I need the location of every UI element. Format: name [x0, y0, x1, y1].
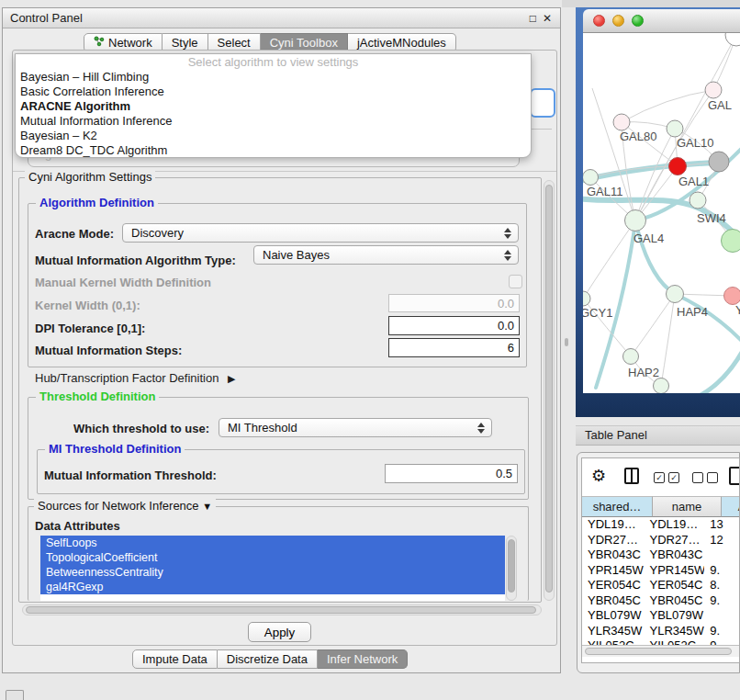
table-row[interactable]: YLR345WYLR345W9. [582, 624, 740, 639]
which-threshold-value: MI Threshold [228, 421, 297, 435]
node-hap4[interactable] [667, 286, 684, 303]
groupbox-fragment [532, 129, 552, 130]
table-cell: YBR045C [644, 593, 704, 609]
table-row[interactable]: YDL19…YDL19…13 [582, 517, 740, 533]
minimize-traffic-light-icon[interactable] [612, 15, 624, 27]
mi-threshold-field[interactable]: 0.5 [385, 464, 518, 483]
sources-group-title[interactable]: Sources for Network Inference ▼ [34, 499, 216, 514]
node[interactable] [709, 152, 729, 172]
top-strip [562, 0, 740, 7]
node-label-hap4: HAP4 [677, 305, 708, 319]
node[interactable] [722, 230, 740, 253]
table-row[interactable]: YIL052CYIL052C9 [582, 638, 740, 645]
algorithm-option-dream8-dc-tdc-algorithm[interactable]: Dream8 DC_TDC Algorithm [16, 143, 531, 158]
attribute-item-selfloops[interactable]: SelfLoops [40, 536, 505, 550]
tab-infer-network[interactable]: Infer Network [318, 649, 408, 669]
column-header-a[interactable]: A [722, 496, 740, 517]
node-label-gal80: GAL80 [620, 130, 656, 143]
table-horizontal-scrollbar[interactable] [582, 645, 739, 657]
node-gal4[interactable] [625, 210, 646, 231]
table-cell: YDR27… [582, 533, 644, 548]
data-attributes-label: Data Attributes [35, 519, 120, 533]
gear-icon[interactable]: ⚙ [591, 466, 606, 486]
tab-label: Discretize Data [227, 650, 308, 668]
table-cell: YBR045C [582, 593, 644, 609]
attribute-item-gal4rgexp[interactable]: gal4RGexp [40, 580, 505, 594]
tab-impute-data[interactable]: Impute Data [132, 649, 218, 669]
settings-scrollbar[interactable] [544, 180, 555, 601]
table-row[interactable]: YPR145WYPR145W9. [582, 563, 740, 579]
table-row[interactable]: YBL079WYBL079W [582, 608, 740, 624]
node[interactable] [725, 33, 740, 46]
node-swi4[interactable] [690, 192, 706, 209]
which-threshold-combo[interactable]: MI Threshold [219, 418, 492, 437]
node-hap2[interactable] [623, 349, 639, 365]
columns-icon[interactable] [624, 466, 639, 484]
apply-button[interactable]: Apply [248, 622, 311, 642]
node[interactable] [654, 378, 669, 394]
table-row[interactable]: YER054CYER054C8. [582, 578, 740, 593]
node-label-y: Y [735, 303, 740, 317]
zoom-traffic-light-icon[interactable] [632, 15, 644, 27]
algorithm-option-basic-correlation-inference[interactable]: Basic Correlation Inference [16, 85, 531, 99]
table-cell: YIL052C [644, 638, 704, 645]
table-cell: 9. [704, 624, 740, 639]
algorithm-dropdown-placeholder: Select algorithm to view settings [16, 54, 531, 70]
table-cell: YBL079W [582, 608, 644, 624]
algorithm-option-bayesian-k2[interactable]: Bayesian – K2 [16, 129, 531, 143]
node-gal11[interactable] [583, 170, 599, 186]
attribute-item-topologicalcoefficient[interactable]: TopologicalCoefficient [40, 550, 505, 565]
table-body: YDL19…YDL19…13YDR27…YDR27…12YBR043CYBR04… [582, 517, 740, 645]
algorithm-option-aracne-algorithm[interactable]: ARACNE Algorithm [16, 99, 531, 114]
column-header-name[interactable]: name [653, 496, 722, 517]
table-cell: 9. [704, 593, 740, 609]
hub-section-toggle[interactable]: Hub/Transcription Factor Definition ▶ [35, 371, 235, 385]
mi-steps-field[interactable]: 6 [388, 338, 520, 357]
table-cell: 12 [704, 533, 740, 548]
settings-horizontal-scrollbar[interactable] [22, 604, 542, 615]
node-label-gal4: GAL4 [633, 231, 664, 245]
chevron-down-icon: ▼ [202, 499, 212, 514]
minimized-panel-button[interactable] [6, 690, 24, 700]
aracne-mode-value: Discovery [131, 226, 184, 240]
checkbox-unchecked-pair-icon[interactable] [692, 469, 722, 483]
tab-discretize-data[interactable]: Discretize Data [218, 649, 318, 669]
manual-kernel-width-label: Manual Kernel Width Definition [35, 276, 211, 289]
table-cell: YPR145W [644, 563, 704, 579]
node-gcy1[interactable] [583, 291, 590, 306]
column-header-shared[interactable]: shared… [582, 496, 653, 517]
node-gal80[interactable] [613, 114, 630, 130]
node-gal10[interactable] [667, 120, 683, 137]
aracne-mode-combo[interactable]: Discovery [122, 223, 519, 243]
network-window-titlebar [583, 9, 740, 33]
table-cell: YBR043C [582, 548, 644, 563]
document-icon[interactable] [729, 466, 740, 485]
algorithm-option-mutual-information-inference[interactable]: Mutual Information Inference [16, 114, 531, 129]
panel-splitter-handle[interactable] [565, 338, 568, 346]
close-window-icon[interactable]: ✕ [543, 8, 552, 28]
algorithm-option-bayesian-hill-climbing[interactable]: Bayesian – Hill Climbing [16, 70, 531, 85]
node-y[interactable] [724, 288, 740, 305]
attribute-item-betweennesscentrality[interactable]: BetweennessCentrality [40, 565, 505, 580]
dpi-tolerance-field[interactable]: 0.0 [388, 316, 520, 335]
node-label-gal: GAL [708, 98, 732, 112]
close-traffic-light-icon[interactable] [593, 15, 605, 27]
float-window-icon[interactable]: □ [530, 8, 536, 28]
node-label-gal10: GAL10 [677, 136, 713, 150]
mi-threshold-definition-title: MI Threshold Definition [45, 442, 185, 457]
kernel-width-field[interactable]: 0.0 [388, 294, 520, 312]
mi-algorithm-type-combo[interactable]: Naive Bayes [253, 245, 519, 265]
table-row[interactable]: YDR27…YDR27…12 [582, 533, 740, 548]
manual-kernel-width-checkbox[interactable] [509, 275, 522, 288]
node-gal1[interactable] [669, 158, 687, 175]
network-edges-teal [583, 136, 740, 393]
table-row[interactable]: YBR043CYBR043C [582, 548, 740, 563]
node-label-swi4: SWI4 [697, 211, 726, 225]
network-canvas[interactable]: GALGAL80GAL10GAL1GAL11SWI4GAL4GCY1HAP4YH… [583, 33, 740, 393]
attribute-list-scrollbar[interactable] [506, 536, 517, 601]
node-gal[interactable] [705, 82, 722, 98]
node-label-gcy1: GCY1 [583, 306, 612, 320]
control-panel-titlebar: Control Panel □ ✕ [3, 8, 560, 28]
table-row[interactable]: YBR045CYBR045C9. [582, 593, 740, 609]
checkbox-checked-pair-icon[interactable]: ✓✓ [654, 469, 683, 483]
